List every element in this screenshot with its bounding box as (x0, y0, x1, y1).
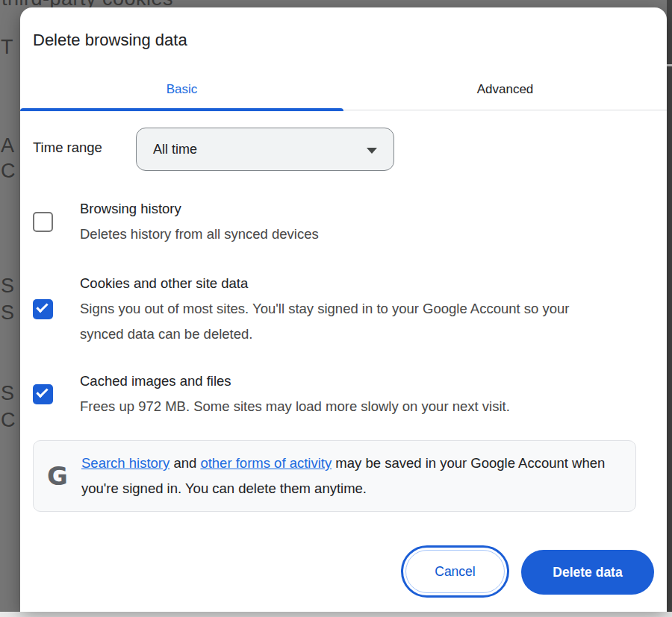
note-text: Search history and other forms of activi… (81, 451, 620, 501)
option-row-cached-images: Cached images and files Frees up 972 MB.… (33, 369, 640, 419)
cached-images-checkbox[interactable] (33, 384, 53, 404)
tab-advanced[interactable]: Advanced (343, 69, 667, 110)
option-title: Browsing history (80, 196, 319, 222)
dialog-title: Delete browsing data (33, 31, 187, 50)
tab-basic[interactable]: Basic (20, 69, 343, 110)
option-title: Cached images and files (80, 369, 510, 394)
checkmark-icon (36, 300, 48, 312)
active-tab-indicator (20, 108, 343, 111)
tab-basic-label: Basic (167, 82, 198, 97)
browsing-history-checkbox[interactable] (33, 212, 53, 232)
option-row-cookies: Cookies and other site data Signs you ou… (33, 271, 640, 347)
tab-bar: Basic Advanced (20, 69, 667, 110)
background-right-strip (667, 0, 672, 612)
google-account-note: G Search history and other forms of acti… (33, 440, 636, 512)
cancel-button[interactable]: Cancel (405, 550, 505, 593)
delete-data-button[interactable]: Delete data (521, 550, 654, 595)
time-range-dropdown[interactable]: All time (136, 128, 394, 171)
time-range-label: Time range (33, 140, 102, 156)
screen: third-party cookies T A C S S S C Delete… (0, 0, 672, 617)
cookies-checkbox[interactable] (33, 299, 53, 319)
delete-browsing-data-dialog: Delete browsing data Basic Advanced Time… (20, 7, 667, 612)
option-description: Deletes history from all synced devices (80, 222, 319, 247)
other-activity-link[interactable]: other forms of activity (200, 455, 332, 471)
option-description: Signs you out of most sites. You'll stay… (80, 296, 595, 347)
option-description: Frees up 972 MB. Some sites may load mor… (80, 394, 510, 419)
background-left-strip: T A C S S S C (0, 0, 20, 612)
dropdown-arrow-icon (367, 148, 377, 154)
background-bottom-strip (0, 612, 672, 617)
checkmark-icon (36, 385, 48, 397)
tab-advanced-label: Advanced (477, 82, 534, 97)
time-range-value: All time (153, 142, 197, 157)
google-g-icon: G (47, 461, 81, 491)
search-history-link[interactable]: Search history (81, 455, 169, 471)
option-row-browsing-history: Browsing history Deletes history from al… (33, 196, 640, 247)
option-title: Cookies and other site data (80, 271, 595, 296)
